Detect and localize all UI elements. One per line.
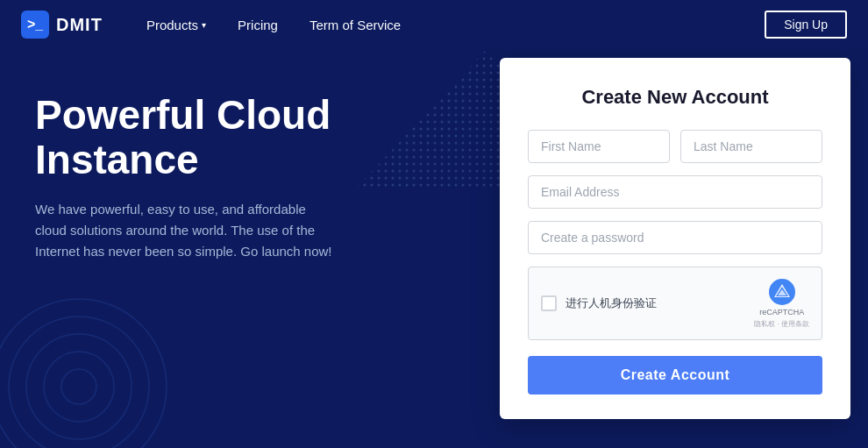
last-name-input[interactable]	[680, 130, 822, 163]
nav-tos[interactable]: Term of Service	[294, 0, 416, 49]
hero-description: We have powerful, easy to use, and affor…	[35, 199, 333, 262]
nav-products[interactable]: Products ▾	[131, 0, 222, 49]
logo[interactable]: >_ DMIT	[21, 11, 103, 39]
svg-point-2	[0, 299, 167, 448]
svg-point-6	[61, 369, 96, 404]
email-row	[528, 175, 822, 209]
recaptcha-label: reCAPTCHA	[759, 308, 804, 317]
recaptcha-logo-icon	[768, 278, 796, 306]
recaptcha-links: 隐私权 · 使用条款	[754, 319, 809, 329]
logo-text: DMIT	[56, 15, 103, 35]
password-row	[528, 221, 822, 254]
create-account-button[interactable]: Create Account	[528, 356, 822, 395]
chevron-down-icon: ▾	[202, 20, 206, 30]
captcha-left: 进行人机身份验证	[541, 295, 657, 311]
captcha-label: 进行人机身份验证	[566, 295, 657, 311]
nav-pricing[interactable]: Pricing	[222, 0, 294, 49]
svg-point-4	[26, 334, 132, 439]
registration-form-card: Create New Account 进行人机身份验证	[500, 58, 850, 419]
hero-content: Powerful Cloud Instance We have powerful…	[35, 93, 386, 262]
email-input[interactable]	[528, 175, 822, 209]
svg-point-3	[9, 316, 149, 448]
name-row	[528, 130, 822, 163]
form-title: Create New Account	[528, 86, 822, 109]
svg-point-5	[44, 352, 114, 422]
captcha-box[interactable]: 进行人机身份验证 reCAPTCHA 隐私权 · 使用条款	[528, 267, 822, 340]
signup-button[interactable]: Sign Up	[765, 11, 847, 39]
nav-links: Products ▾ Pricing Term of Service	[131, 0, 448, 49]
password-input[interactable]	[528, 221, 822, 254]
hero-title: Powerful Cloud Instance	[35, 93, 386, 181]
logo-icon: >_	[21, 11, 49, 39]
hero-section: Powerful Cloud Instance We have powerful…	[0, 49, 868, 448]
navbar: >_ DMIT Products ▾ Pricing Term of Servi…	[0, 0, 868, 49]
first-name-input[interactable]	[528, 130, 670, 163]
captcha-checkbox[interactable]	[541, 295, 557, 311]
circles-decoration	[0, 290, 175, 448]
captcha-right: reCAPTCHA 隐私权 · 使用条款	[754, 278, 809, 329]
